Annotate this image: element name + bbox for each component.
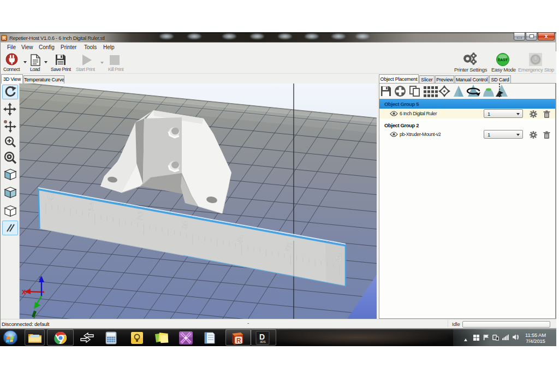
- svg-text:R: R: [236, 337, 241, 345]
- svg-text:X: X: [22, 289, 26, 295]
- svg-text:3DS: 3DS: [260, 340, 266, 343]
- svg-text:z: z: [39, 275, 42, 281]
- svg-text:EASY: EASY: [498, 58, 508, 62]
